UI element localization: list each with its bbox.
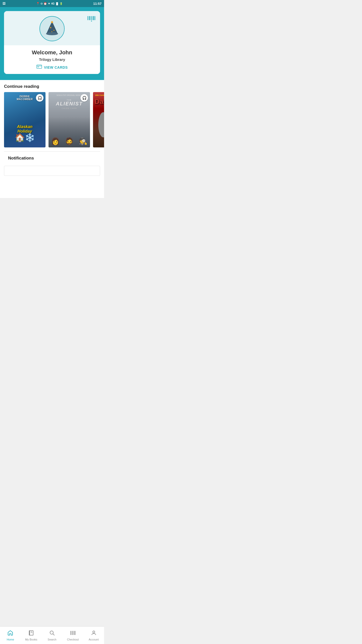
continue-reading-title: Continue reading [0,84,104,92]
library-name: Trilogy Library [8,57,96,62]
svg-rect-5 [92,16,93,20]
alaskan-title: AlaskanHoliday [6,125,43,134]
view-cards-button[interactable]: VIEW CARDS [36,65,68,70]
svg-rect-6 [93,16,94,20]
status-left-icons: 🖼 [3,2,6,5]
book-item-alienist[interactable]: NOW A TNT ORIGINAL SERIES THE ALIENIST C… [49,92,90,147]
alienist-people-art: 👩 🧔 🕵️ [49,117,90,147]
svg-rect-3 [90,16,91,20]
audiobook-badge-2: 🎧 [80,94,88,102]
continue-reading-section: Continue reading DEBBIEMACOMBER AlaskanH… [0,80,104,151]
scan-barcode-icon[interactable] [87,15,96,24]
profile-card-top: ★ ★ ★ [4,11,100,45]
alaskan-house-art: 🏠❄️ [4,133,46,142]
svg-rect-4 [91,16,92,20]
svg-rect-0 [87,16,88,20]
svg-point-30 [98,112,104,137]
profile-card: ★ ★ ★ Welcome, John Trilogy Library [4,11,100,74]
svg-point-11 [46,32,58,35]
credit-card-icon [36,65,42,70]
svg-rect-22 [37,67,39,67]
svg-rect-2 [89,16,90,20]
svg-rect-1 [88,16,89,20]
location-icon: 📍 [36,2,40,5]
signal-icon: ▐▌ [55,2,59,5]
book-item-alaskan-holiday[interactable]: DEBBIEMACOMBER AlaskanHoliday 🏠❄️ 🎧 [4,92,46,147]
battery-icon: 🔋 [60,2,63,5]
notifications-section: Notifications [0,152,104,178]
notifications-title: Notifications [4,156,100,164]
davinci-title: Da Vi [95,98,104,105]
status-center-icons: 📍 ⊖ ⏰ ▼ 4G ▐▌ 🔋 [36,2,63,5]
4g-icon: 4G [51,2,55,5]
gallery-icon: 🖼 [3,2,6,5]
svg-rect-20 [37,65,42,68]
header-background: ★ ★ ★ Welcome, John Trilogy Library [0,7,104,80]
main-content: Continue reading DEBBIEMACOMBER AlaskanH… [0,80,104,198]
status-bar: 🖼 📍 ⊖ ⏰ ▼ 4G ▐▌ 🔋 11:57 [0,0,104,7]
svg-text:★: ★ [51,31,53,32]
davinci-portrait [95,107,104,146]
notification-card [4,166,100,176]
minus-icon: ⊖ [40,2,43,5]
svg-text:★: ★ [53,29,55,31]
davinci-top-text: 16th Century Superstar [95,94,104,97]
svg-rect-8 [95,16,96,20]
book-item-davinci[interactable]: 16th Century Superstar Da Vi [93,92,104,147]
avatar: ★ ★ ★ [39,16,65,41]
alarm-icon: ⏰ [43,2,47,5]
view-cards-label: VIEW CARDS [44,65,68,69]
audiobook-badge-1: 🎧 [36,94,43,102]
svg-rect-7 [94,16,95,20]
books-scroll-container[interactable]: DEBBIEMACOMBER AlaskanHoliday 🏠❄️ 🎧 NOW … [0,92,104,151]
status-time: 11:57 [93,2,102,6]
svg-text:★: ★ [50,26,52,29]
welcome-text: Welcome, John [8,49,96,56]
profile-card-bottom: Welcome, John Trilogy Library VIEW CARDS [4,45,100,74]
bottom-spacer [0,178,104,198]
wifi-icon: ▼ [48,2,51,5]
book-cover-davinci: 16th Century Superstar Da Vi [93,92,104,147]
